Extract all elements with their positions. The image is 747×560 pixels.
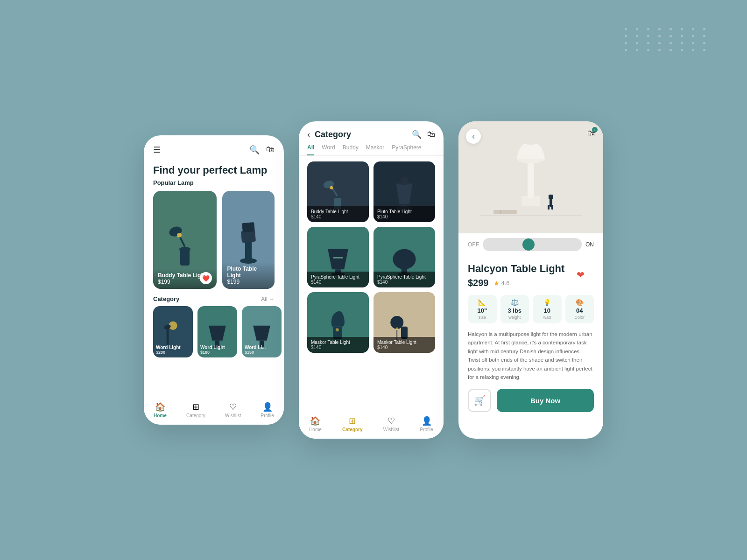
nav-home[interactable]: 🏠 Home xyxy=(154,402,167,418)
tab-word[interactable]: Word xyxy=(322,144,335,155)
rating-value: 4.6 xyxy=(501,280,510,287)
pluto-lamp-price: $199 xyxy=(227,279,270,285)
toggle-knob xyxy=(522,238,535,251)
product-image-area: ‹ xyxy=(458,121,603,233)
tab-all[interactable]: All xyxy=(307,144,314,155)
word-light-card-1[interactable]: Word Light $200 xyxy=(153,306,193,357)
category-search-icon[interactable]: 🔍 xyxy=(412,130,422,140)
product-card-buddy[interactable]: Buddy Table Light $140 xyxy=(307,161,369,222)
spec-watt: 💡 10 watt xyxy=(533,295,562,323)
product-buddy-name: Buddy Table Light xyxy=(311,209,365,214)
wishlist-nav-icon: ♡ xyxy=(229,402,237,412)
nav-category[interactable]: ⊞ Category xyxy=(186,402,205,418)
category-bottom-nav: 🏠 Home ⊞ Category ♡ Wishlist 👤 Profile xyxy=(299,409,444,439)
svg-rect-23 xyxy=(401,177,408,185)
detail-cart-icon[interactable]: 🛍 1 xyxy=(587,129,596,139)
product-pluto-name: Pluto Table Light xyxy=(377,209,431,214)
category-screen-header: ‹ Category 🔍 🛍 xyxy=(299,121,444,144)
product-card-maskor1[interactable]: Maskor Table Light $140 xyxy=(307,292,369,353)
product-maskor1-name: Maskor Table Light xyxy=(311,340,365,345)
tab-maskor[interactable]: Maskor xyxy=(366,144,384,155)
product-pluto-info: Pluto Table Light $140 xyxy=(374,206,435,222)
nav-profile[interactable]: 👤 Profile xyxy=(261,402,274,418)
word-light-card-3[interactable]: Word Li... $150 xyxy=(242,306,282,357)
svg-point-1 xyxy=(179,247,190,252)
profile-nav-icon: 👤 xyxy=(262,402,273,412)
product-card-pluto[interactable]: Pluto Table Light $140 xyxy=(374,161,435,222)
product-detail-content: Halcyon Table Light ❤ $299 ★ 4.6 📐 10" s… xyxy=(458,256,603,419)
popular-lamp-label: Popular Lamp xyxy=(144,179,284,191)
spec-weight: ⚖️ 3 lbs weight xyxy=(500,295,529,323)
pluto-lamp-info: Pluto Table Light $199 xyxy=(222,262,275,289)
menu-icon[interactable]: ☰ xyxy=(153,145,161,155)
cat-nav-profile[interactable]: 👤 Profile xyxy=(420,416,433,432)
spec-color-label: Color xyxy=(574,315,585,320)
product-maskor1-info: Maskor Table Light $140 xyxy=(307,337,369,353)
home-nav-label: Home xyxy=(154,413,167,418)
cat-nav-home[interactable]: 🏠 Home xyxy=(309,416,322,432)
tab-buddy[interactable]: Buddy xyxy=(343,144,359,155)
cat-nav-category[interactable]: ⊞ Category xyxy=(342,416,362,432)
watt-icon: 💡 xyxy=(543,299,551,306)
product-card-pyrasphere1[interactable]: PyraSphere Table Light $140 xyxy=(307,227,369,287)
add-to-cart-button[interactable]: 🛒 xyxy=(468,389,491,412)
svg-rect-48 xyxy=(493,210,517,214)
svg-rect-27 xyxy=(333,257,343,259)
spec-weight-label: weight xyxy=(508,315,521,320)
spec-watt-value: 10 xyxy=(544,307,550,314)
price-rating-row: $299 ★ 4.6 xyxy=(468,278,594,288)
svg-point-43 xyxy=(521,138,540,145)
spec-color: 🎨 04 Color xyxy=(565,295,594,323)
spec-size-value: 10" xyxy=(477,307,487,314)
product-pyrasphere1-name: PyraSphere Table Light xyxy=(311,274,365,280)
product-card-maskor2[interactable]: Maskor Table Light $140 xyxy=(374,292,435,353)
cat-nav-wishlist[interactable]: ♡ Wishlist xyxy=(383,416,399,432)
search-icon[interactable]: 🔍 xyxy=(249,145,260,155)
word-light-svg-2 xyxy=(204,315,230,350)
svg-rect-8 xyxy=(242,222,255,232)
cart-icon[interactable]: 🛍 xyxy=(266,145,275,155)
nav-wishlist[interactable]: ♡ Wishlist xyxy=(225,402,241,418)
category-tabs: All Word Buddy Maskor PyraSphere xyxy=(299,144,444,156)
product-card-pyrasphere2[interactable]: PyraSphere Table Light $140 xyxy=(374,227,435,287)
home-title: Find your perfect Lamp xyxy=(144,160,284,179)
product-detail-price: $299 xyxy=(468,278,489,288)
word-light-svg-3 xyxy=(249,315,275,350)
toggle-off-label: OFF xyxy=(468,241,479,248)
wishlist-nav-label: Wishlist xyxy=(225,413,241,418)
categories-row: Word Light $200 Word Light $180 xyxy=(144,306,284,357)
svg-point-36 xyxy=(396,328,398,330)
category-header: Category All → xyxy=(144,289,284,306)
buy-now-button[interactable]: Buy Now xyxy=(497,389,594,412)
cat-home-icon: 🏠 xyxy=(310,416,320,426)
home-header: ☰ 🔍 🛍 xyxy=(144,135,284,160)
category-cart-icon[interactable]: 🛍 xyxy=(427,130,435,140)
svg-marker-24 xyxy=(328,249,348,270)
product-pyrasphere2-info: PyraSphere Table Light $140 xyxy=(374,272,435,287)
word-light-label-3: Word Li... $150 xyxy=(245,345,266,355)
product-buddy-price: $140 xyxy=(311,214,365,219)
home-nav-icon: 🏠 xyxy=(155,402,165,412)
product-buddy-info: Buddy Table Light $140 xyxy=(307,206,369,222)
home-screen: ☰ 🔍 🛍 Find your perfect Lamp Popular Lam… xyxy=(144,135,284,425)
svg-rect-39 xyxy=(517,205,545,212)
category-back-button[interactable]: ‹ xyxy=(307,130,310,140)
product-favorite-icon[interactable]: ❤ xyxy=(577,269,585,280)
svg-point-4 xyxy=(177,233,182,238)
pluto-lamp-card[interactable]: Pluto Table Light $199 xyxy=(222,191,275,289)
word-light-card-2[interactable]: Word Light $180 xyxy=(197,306,237,357)
power-toggle[interactable] xyxy=(483,238,582,251)
size-icon: 📐 xyxy=(478,299,486,306)
detail-back-button[interactable]: ‹ xyxy=(466,129,481,144)
all-link[interactable]: All → xyxy=(261,296,275,302)
svg-rect-38 xyxy=(479,215,582,216)
spec-size: 📐 10" size xyxy=(468,295,497,323)
buddy-lamp-card[interactable]: Buddy Table Light $199 ❤️ xyxy=(153,191,217,289)
category-screen: ‹ Category 🔍 🛍 All Word Buddy Maskor Pyr… xyxy=(299,121,444,439)
svg-point-32 xyxy=(336,328,339,331)
tab-pyrasphere[interactable]: PyraSphere xyxy=(392,144,421,155)
pluto-lamp-name: Pluto Table Light xyxy=(227,266,270,279)
cat-home-label: Home xyxy=(309,427,322,432)
svg-marker-22 xyxy=(396,184,413,204)
product-maskor2-name: Maskor Table Light xyxy=(377,340,431,345)
